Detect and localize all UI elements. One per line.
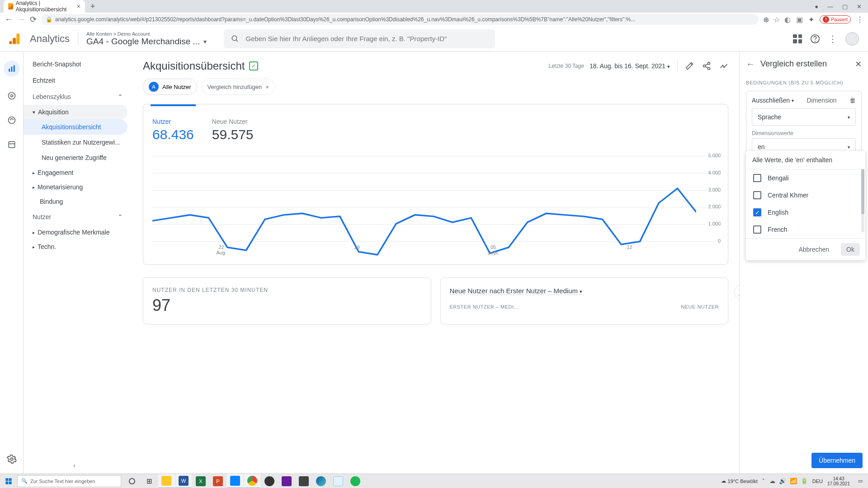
metric-tab-users[interactable]: Nutzer 68.436 [152,113,194,142]
language-indicator[interactable]: DEU [812,479,823,484]
puzzle-icon[interactable]: ✦ [808,15,814,24]
advertising-icon[interactable] [6,115,17,126]
dropdown-option[interactable]: Bengali [746,169,865,187]
dropdown-option[interactable]: ✓English [746,204,865,221]
chip-all-users[interactable]: A Alle Nutzer [143,79,197,95]
menu-icon[interactable]: ⋮ [856,15,863,24]
task-app-thunderbird[interactable] [227,474,243,488]
configure-icon[interactable] [6,139,17,150]
profile-avatar[interactable] [845,32,859,46]
comparison-chips: A Alle Nutzer Vergleich hinzufügen + [143,79,728,95]
sidebar-section-lifecycle[interactable]: Lebenszyklus⌃ [24,89,132,105]
help-icon[interactable] [810,34,820,44]
scrollbar-thumb[interactable] [861,169,864,214]
svg-point-10 [8,93,15,99]
tray-chevron-icon[interactable]: ˄ [762,478,765,484]
explore-icon[interactable] [6,90,17,101]
sidebar-item-demographics[interactable]: ▸Demografische Merkmale [24,225,132,239]
task-app-generic1[interactable] [278,474,295,488]
sidebar-item-monetization[interactable]: ▸Monetarisierung [24,180,132,194]
volume-icon[interactable]: 🔊 [779,478,786,484]
taskbar-search[interactable]: 🔍 Zur Suche Text hier eingeben [17,475,121,487]
dropdown-option[interactable]: French [746,221,865,238]
tab-close-icon[interactable]: × [77,3,80,10]
checkbox[interactable] [753,225,761,234]
task-app-explorer[interactable] [158,474,175,488]
start-button[interactable] [0,474,17,488]
clock[interactable]: 14:43 17.09.2021 [827,476,850,486]
dropdown-option[interactable]: Central Khmer [746,187,865,204]
apply-button[interactable]: Übernehmen [811,453,863,468]
edit-icon[interactable] [685,61,694,70]
task-app-edge[interactable] [313,474,329,488]
maximize-icon[interactable]: ▢ [842,3,848,10]
apps-grid-icon[interactable] [793,34,802,43]
feedback-button[interactable] [734,284,739,300]
sidebar-item-tech[interactable]: ▸Techn. [24,239,132,254]
task-app-taskview[interactable]: ⊞ [141,474,157,488]
card-header-dropdown[interactable]: Neue Nutzer nach Erster Nutzer – Medium … [450,287,583,295]
sidebar-item-acq-stats[interactable]: Statistiken zur Nutzergewi... [24,135,132,150]
onedrive-icon[interactable]: ☁ [769,478,775,484]
minimize-icon[interactable]: — [827,3,833,10]
reports-icon[interactable] [4,61,20,77]
checkbox[interactable] [753,191,761,199]
settings-icon[interactable] [6,454,17,465]
task-app-obs[interactable] [261,474,278,488]
sidebar-item-realtime[interactable]: Echtzeit [24,72,132,89]
zoom-icon[interactable]: ⊕ [763,15,769,24]
task-app-generic2[interactable] [296,474,312,488]
new-tab-button[interactable]: + [90,2,95,11]
account-selector[interactable]: Alle Konten > Demo Account GA4 - Google … [86,31,207,47]
checkbox[interactable]: ✓ [753,208,761,216]
ok-button[interactable]: Ok [841,243,860,256]
search-icon [231,35,239,43]
search-box[interactable] [224,29,495,48]
task-app-excel[interactable]: X [193,474,209,488]
metric-tab-newusers[interactable]: Neue Nutzer 59.575 [212,113,254,142]
back-arrow-icon[interactable]: ← [746,59,755,69]
task-app-notepad[interactable] [330,474,346,488]
back-icon[interactable]: ← [5,15,13,24]
star-icon[interactable]: ☆ [774,15,780,24]
close-window-icon[interactable]: ✕ [857,3,862,10]
close-panel-icon[interactable]: ✕ [855,59,862,69]
sidebar-item-snapshot[interactable]: Bericht-Snapshot [24,56,132,72]
profile-dot-icon[interactable]: ● [815,3,818,10]
sidebar-collapse-button[interactable]: ‹ [73,462,75,469]
ext-icon-2[interactable]: ▣ [796,15,803,24]
sidebar-item-acq-new[interactable]: Neu generierte Zugriffe [24,150,132,165]
share-icon[interactable] [702,61,711,70]
chip-add-comparison[interactable]: Vergleich hinzufügen + [202,79,275,95]
weather-widget[interactable]: ☁19°C Bewölkt [721,478,758,484]
profile-paused-badge[interactable]: T Pausiert [820,15,851,23]
task-app-word[interactable]: W [175,474,192,488]
sidebar-item-acq-overview[interactable]: Akquisitionsübersicht [24,119,127,135]
battery-icon[interactable]: 🔋 [801,478,808,484]
task-app-powerpoint[interactable]: P [210,474,226,488]
checkbox[interactable] [753,174,761,182]
insights-icon[interactable] [719,61,728,70]
sidebar-item-engagement[interactable]: ▸Engagement [24,165,132,180]
date-range-picker[interactable]: 18. Aug. bis 16. Sept. 2021 ▾ [590,62,670,70]
sidebar-item-retention[interactable]: Bindung [24,194,132,209]
kebab-menu-icon[interactable]: ⋮ [828,33,837,44]
search-input[interactable] [245,35,488,42]
wifi-icon[interactable]: 📶 [790,478,797,484]
dimension-selector[interactable]: Sprache ▾ [752,108,856,126]
task-app-spotify[interactable] [347,474,363,488]
sidebar-section-user[interactable]: Nutzer⌃ [24,209,132,225]
delete-icon[interactable]: 🗑 [849,97,856,104]
exclude-selector[interactable]: Ausschließen ▾ [752,97,794,104]
browser-tab[interactable]: Analytics | Akquisitionsübersicht × [4,0,85,13]
cancel-button[interactable]: Abbrechen [793,243,835,256]
task-app-chrome[interactable] [244,474,260,488]
task-app-cortana[interactable] [124,474,140,488]
url-field[interactable]: 🔒 analytics.google.com/analytics/web/#/p… [41,14,759,25]
nav-rail [0,52,24,474]
reload-icon[interactable]: ⟳ [30,14,37,24]
notifications-icon[interactable]: ▭ [854,478,866,484]
svg-rect-28 [9,481,12,484]
sidebar-item-acquisition[interactable]: ▾Akquisition [24,105,127,119]
ext-icon-1[interactable]: ◐ [784,15,791,24]
